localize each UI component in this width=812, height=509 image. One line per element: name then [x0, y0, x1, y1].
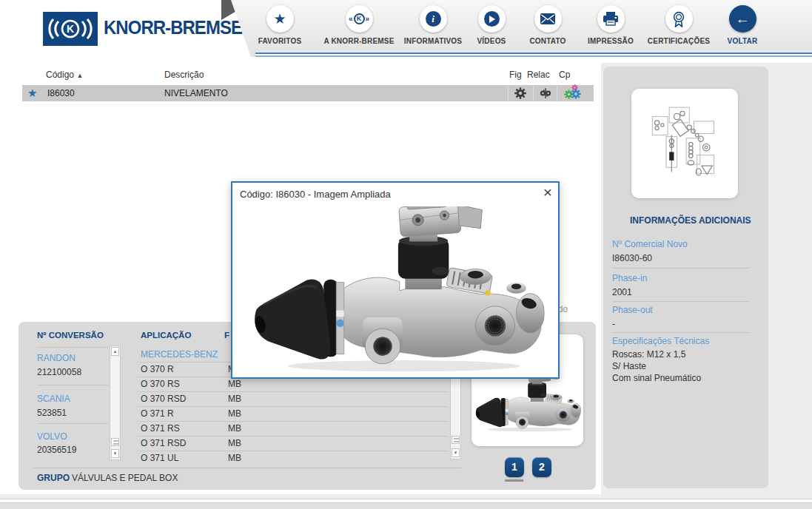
scroll-down-button[interactable]: ▼	[111, 449, 119, 458]
aplicacao-make: MB	[228, 394, 241, 404]
videos-play-icon	[484, 11, 500, 27]
certifications-award-icon	[671, 11, 686, 27]
table-row[interactable]: ★ I86030 NIVELAMENTO	[22, 85, 594, 101]
conversao-code-volvo: 20356519	[37, 445, 76, 455]
grupo-label: GRUPO	[37, 473, 70, 483]
aplicacao-group-mercedes-benz[interactable]: MERCEDES-BENZ	[141, 349, 218, 360]
knorr-bremse-icon: «K»	[349, 13, 369, 24]
grupo-value: VÁLVULAS E PEDAL BOX	[72, 473, 178, 483]
info-icon: i	[426, 11, 441, 27]
especificacoes-label: Especificações Técnicas	[612, 336, 709, 346]
aplicacao-make: MB	[228, 423, 241, 434]
aplicacao-model: O 370 R	[141, 364, 174, 374]
knorr-bremse-logo[interactable]: K	[43, 12, 98, 46]
favorites-star-icon: ★	[273, 10, 286, 27]
row-codigo: I86030	[47, 88, 75, 98]
modal-title: Código: I86030 - Imagem Ampliada	[240, 189, 391, 200]
aplicacao-make: MB	[228, 438, 241, 448]
phase-in-value: 2001	[612, 287, 632, 297]
nav-item-a-knorr-bremse[interactable]: «K» A KNORR-BREMSE	[318, 5, 400, 45]
print-icon	[603, 12, 618, 26]
aplicacao-model: O 371 RS	[141, 423, 180, 434]
nav-item-voltar[interactable]: ← VOLTAR	[702, 5, 783, 45]
column-header-cp: Cp	[559, 70, 570, 83]
knorr-bremse-emblem-icon: K	[47, 15, 94, 43]
components-gears-icon[interactable]	[565, 86, 581, 101]
nav-label-voltar: VOLTAR	[702, 37, 783, 45]
conversao-brand-randon[interactable]: RANDON	[37, 353, 76, 363]
product-photo-enlarged	[249, 206, 545, 375]
product-thumbnail-photo	[474, 371, 581, 433]
pagination-page-1[interactable]: 1	[505, 457, 524, 477]
svg-text:K: K	[67, 23, 74, 35]
conversao-code-scania: 523851	[37, 408, 67, 418]
column-header-relac: Relac	[527, 70, 550, 83]
aplicacao-make: MB	[228, 408, 241, 419]
row-cell-separator	[508, 86, 509, 101]
spec-haste: S/ Haste	[612, 361, 646, 371]
figure-gear-icon[interactable]	[514, 87, 526, 99]
conversao-code-randon: 212100058	[37, 367, 81, 377]
pagination-page-2[interactable]: 2	[532, 457, 551, 477]
footer-bar	[0, 502, 812, 509]
exploded-diagram-card[interactable]	[631, 89, 738, 198]
nav-label-favoritos: FAVORITOS	[239, 37, 321, 45]
conversao-header: Nº CONVERSÃO	[37, 331, 104, 340]
comercial-novo-value: I86030-60	[612, 253, 652, 263]
aplicacao-model: O 371 RSD	[141, 438, 186, 448]
close-icon[interactable]: ×	[543, 184, 552, 200]
scroll-up-button[interactable]: ▲	[111, 347, 119, 356]
conversao-brand-volvo[interactable]: VOLVO	[37, 431, 67, 442]
app-window: K KNORR-BREMSE ★ FAVORITOS «K» A KNORR-B…	[0, 0, 812, 509]
aplicacao-header: APLICAÇÃO	[141, 331, 191, 340]
brand-wordmark: KNORR-BREMSE	[104, 16, 242, 39]
aplicacao-model: O 371 UL	[141, 453, 178, 463]
aplicacao-make: MB	[228, 379, 241, 389]
pagination-active-underline	[505, 479, 523, 482]
column-header-descricao[interactable]: Descrição	[164, 70, 204, 83]
conversao-brand-scania[interactable]: SCANIA	[37, 394, 70, 404]
scroll-down-button[interactable]: ▼	[452, 448, 460, 457]
aplicacao-col2-header-fragment: F	[224, 331, 229, 340]
aplicacao-model: O 371 R	[141, 408, 174, 419]
aplicacao-model: O 370 RSD	[141, 394, 186, 404]
aplicacao-make: MB	[228, 453, 241, 463]
row-cell-separator	[557, 86, 557, 101]
row-cell-separator	[533, 86, 534, 101]
spec-roscas: Roscas: M12 x 1,5	[612, 349, 685, 360]
sort-asc-icon: ▲	[76, 72, 83, 79]
spec-sinal: Com sinal Pneumático	[612, 373, 701, 383]
comercial-novo-label: Nº Comercial Novo	[612, 239, 688, 249]
phase-in-label: Phase-in	[612, 273, 647, 283]
right-panel-title: INFORMAÇÕES ADICIONAIS	[630, 215, 751, 226]
row-descricao: NIVELAMENTO	[164, 88, 228, 98]
column-header-codigo[interactable]: Código ▲	[46, 70, 83, 83]
column-header-fig: Fig	[509, 70, 522, 83]
nav-item-favoritos[interactable]: ★ FAVORITOS	[239, 5, 321, 45]
phase-out-label: Phase-out	[612, 305, 653, 315]
scroll-thumb[interactable]	[111, 438, 119, 446]
scroll-thumb[interactable]	[452, 436, 460, 444]
exploded-diagram-image	[646, 101, 723, 186]
back-arrow-icon: ←	[736, 11, 750, 27]
image-modal: Código: I86030 - Imagem Ampliada ×	[231, 181, 560, 379]
phase-out-value: -	[612, 319, 615, 329]
nav-label-a-knorr-bremse: A KNORR-BREMSE	[318, 37, 400, 45]
conversao-scrollbar[interactable]: ▲ ▼	[110, 345, 121, 460]
nav-double-line	[255, 53, 812, 57]
contact-mail-icon	[540, 13, 555, 24]
related-parts-icon[interactable]	[540, 87, 551, 99]
favorite-star-icon[interactable]: ★	[27, 87, 37, 100]
aplicacao-model: O 370 RS	[141, 379, 180, 389]
